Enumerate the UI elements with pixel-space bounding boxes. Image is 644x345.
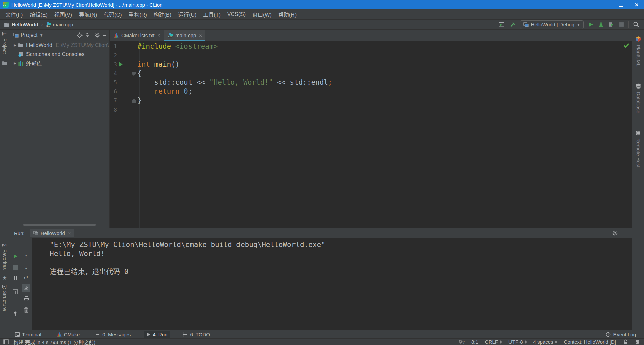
encoding-select[interactable]: UTF-8 — [508, 339, 527, 345]
menu-item-5[interactable]: 重构(R) — [125, 9, 150, 19]
run-configuration-select[interactable]: HelloWorld | Debug ▼ — [520, 20, 584, 29]
menu-item-1[interactable]: 编辑(E) — [26, 9, 51, 19]
hector-inspector-icon[interactable] — [635, 339, 640, 345]
editor-body[interactable]: 12345678 #include <iostream>int main(){ … — [110, 41, 632, 228]
gutter-line-4[interactable]: 4 — [110, 69, 137, 78]
editor-tab-cmakelists-txt[interactable]: CMakeLists.txt — [110, 30, 164, 41]
hide-panel-icon[interactable] — [102, 33, 107, 38]
run-toolwindow-icon[interactable] — [498, 22, 505, 27]
rerun-button[interactable] — [12, 253, 18, 259]
fold-open-icon[interactable] — [132, 72, 136, 76]
close-icon[interactable] — [199, 34, 202, 37]
code-line-6[interactable]: return 0; — [137, 87, 622, 96]
close-icon[interactable] — [68, 232, 71, 235]
hide-panel-icon[interactable] — [623, 231, 628, 235]
print-icon[interactable] — [23, 296, 29, 302]
build-hammer-icon[interactable] — [509, 22, 516, 28]
stripe-database-button[interactable]: Database — [632, 83, 644, 113]
context-label[interactable]: Context: HelloWorld [D] — [564, 339, 616, 345]
run-with-coverage-icon[interactable] — [608, 22, 614, 27]
stripe-plantuml-button[interactable]: PlantUML — [632, 36, 644, 67]
close-button[interactable] — [629, 0, 644, 9]
star-icon[interactable]: ★ — [2, 275, 7, 281]
indent-select[interactable]: 4 spaces — [533, 339, 557, 345]
tree-item-scratches-and-consoles[interactable]: Scratches and Consoles — [10, 50, 109, 59]
gutter-line-5[interactable]: 5 — [110, 78, 137, 87]
menu-item-4[interactable]: 代码(C) — [100, 9, 125, 19]
toolwindow-button-terminal[interactable]: Terminal — [12, 331, 44, 338]
gutter-line-2[interactable]: 2 — [110, 51, 137, 60]
code-line-7[interactable]: } — [137, 96, 622, 105]
menu-item-0[interactable]: 文件(F) — [2, 9, 26, 19]
inspection-ok-icon[interactable] — [623, 43, 629, 48]
menu-item-10[interactable]: 窗口(W) — [249, 9, 275, 19]
toolwindow-button-messages[interactable]: 0: Messages — [93, 331, 133, 338]
menu-item-2[interactable]: 视图(V) — [51, 9, 75, 19]
line-separator-select[interactable]: CRLF — [485, 339, 502, 345]
soft-wrap-icon[interactable]: ↵ — [23, 275, 29, 281]
gear-icon[interactable] — [94, 32, 100, 38]
run-tab-helloworld[interactable]: HelloWorld — [30, 229, 74, 237]
menu-item-8[interactable]: 工具(T) — [200, 9, 224, 19]
toolwindow-button-run[interactable]: 4: Run — [144, 331, 170, 338]
tree-item-helloworld[interactable]: ▶HelloWorldE:\My ZSTU\My Clion\HelloWorl… — [10, 41, 109, 50]
status-message[interactable]: 构建 完成 in 4 s 793 ms (1 分钟之前) — [13, 338, 95, 345]
editor-gutter[interactable]: 12345678 — [110, 42, 137, 114]
code-line-8[interactable] — [137, 105, 622, 114]
stripe-favorites-button[interactable]: 2: Favorites — [2, 244, 8, 270]
breadcrumb-file[interactable]: main.cpp — [53, 22, 73, 27]
gear-icon[interactable] — [612, 230, 618, 236]
menu-item-3[interactable]: 导航(N) — [75, 9, 100, 19]
pause-output-icon[interactable] — [12, 275, 18, 281]
down-stack-trace-icon[interactable]: ↓ — [23, 264, 29, 270]
code-content[interactable]: #include <iostream>int main(){ std::cout… — [137, 42, 622, 114]
toolwindow-button-todo[interactable]: 6: TODO — [180, 331, 212, 338]
search-everywhere-icon[interactable] — [633, 21, 639, 28]
run-console-output[interactable]: "E:\My ZSTU\My Clion\HelloWorld\cmake-bu… — [32, 238, 632, 330]
expand-arrow-icon[interactable]: ▶ — [12, 43, 18, 47]
toolwindow-button-cmake[interactable]: CMake — [54, 331, 83, 338]
toolwindow-switcher-icon[interactable] — [3, 339, 9, 344]
run-button[interactable] — [588, 22, 594, 27]
stripe-folder-icon[interactable] — [2, 61, 8, 66]
menu-item-9[interactable]: VCS(S) — [224, 9, 249, 19]
locate-file-icon[interactable] — [77, 32, 83, 38]
close-icon[interactable] — [157, 34, 160, 37]
scroll-to-end-icon[interactable] — [22, 284, 30, 292]
code-line-3[interactable]: int main() — [137, 60, 622, 69]
cursor-position[interactable]: 8:1 — [471, 339, 478, 345]
background-tasks-icon[interactable]: ? — [458, 339, 465, 345]
gutter-line-1[interactable]: 1 — [110, 42, 137, 51]
pin-tab-icon[interactable] — [12, 310, 18, 316]
stripe-remote-host-button[interactable]: Remote Host — [632, 130, 644, 168]
maximize-button[interactable] — [613, 0, 629, 9]
gutter-line-3[interactable]: 3 — [110, 60, 137, 69]
editor-tab-main-cpp[interactable]: C++main.cpp — [164, 30, 205, 41]
project-panel-title[interactable]: Project — [21, 32, 38, 38]
stop-button[interactable] — [12, 264, 18, 270]
expand-arrow-icon[interactable]: ▶ — [12, 61, 18, 65]
restore-layout-icon[interactable] — [12, 289, 18, 295]
fold-close-icon[interactable] — [132, 99, 136, 103]
gutter-line-6[interactable]: 6 — [110, 87, 137, 96]
breadcrumb-project[interactable]: HelloWorld — [12, 22, 38, 27]
code-line-5[interactable]: std::cout << "Hello, World!" << std::end… — [137, 78, 622, 87]
tree-item-item[interactable]: ▶外部库 — [10, 59, 109, 68]
clear-all-icon[interactable] — [23, 307, 29, 313]
up-stack-trace-icon[interactable]: ↑ — [23, 253, 29, 259]
gutter-line-7[interactable]: 7 — [110, 96, 137, 105]
horizontal-scrollbar[interactable] — [23, 224, 96, 226]
stop-button[interactable] — [619, 22, 624, 27]
event-log-button[interactable]: Event Log — [606, 332, 644, 337]
code-line-2[interactable] — [137, 51, 622, 60]
chevron-down-icon[interactable]: ▼ — [40, 33, 43, 37]
stripe-project-button[interactable]: 1: Project — [2, 32, 8, 54]
stripe-structure-button[interactable]: 7: Structure — [2, 285, 8, 311]
menu-item-6[interactable]: 构建(B) — [150, 9, 175, 19]
code-line-4[interactable]: { — [137, 69, 622, 78]
gutter-line-8[interactable]: 8 — [110, 105, 137, 114]
run-line-icon[interactable] — [119, 62, 123, 67]
menu-item-7[interactable]: 运行(U) — [175, 9, 200, 19]
collapse-all-icon[interactable] — [85, 32, 90, 38]
code-line-1[interactable]: #include <iostream> — [137, 42, 622, 51]
